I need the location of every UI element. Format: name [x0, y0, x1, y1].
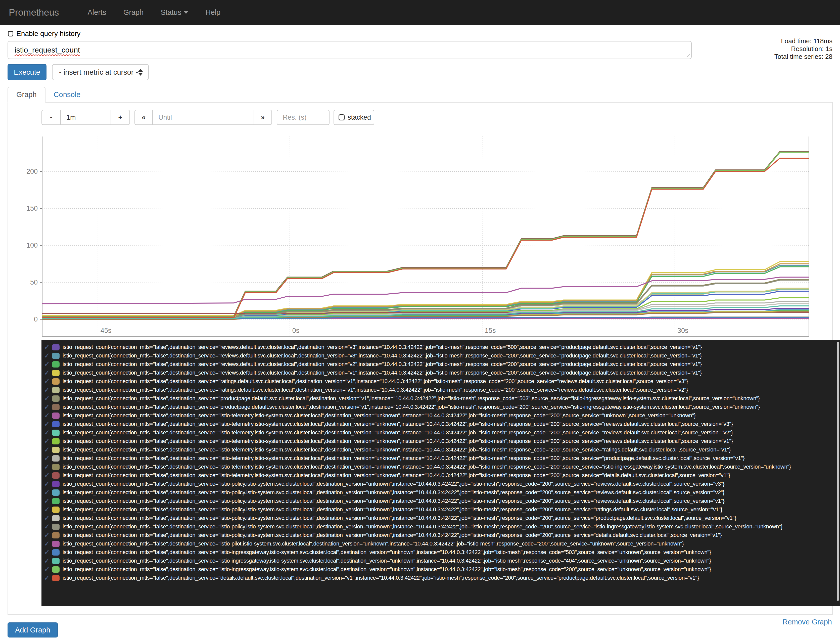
legend-item[interactable]: ✓istio_request_count{connection_mtls="fa…	[41, 514, 840, 523]
series-label: istio_request_count{connection_mtls="fal…	[63, 506, 722, 513]
check-icon: ✓	[44, 412, 52, 420]
legend-item[interactable]: ✓istio_request_count{connection_mtls="fa…	[41, 557, 840, 565]
series-label: istio_request_count{connection_mtls="fal…	[63, 489, 725, 496]
legend-item[interactable]: ✓istio_request_count{connection_mtls="fa…	[41, 394, 840, 403]
nav-item-alerts[interactable]: Alerts	[79, 8, 115, 17]
series-label: istio_request_count{connection_mtls="fal…	[63, 464, 791, 470]
legend-item[interactable]: ✓istio_request_count{connection_mtls="fa…	[41, 505, 840, 514]
nav-item-help[interactable]: Help	[197, 8, 229, 17]
y-tick-label: 100	[0, 242, 38, 250]
legend-item[interactable]: ✓istio_request_count{connection_mtls="fa…	[41, 463, 840, 471]
series-color-swatch	[52, 490, 60, 496]
prometheus-page: Prometheus Alerts Graph Status Help Enab…	[0, 0, 840, 638]
query-input[interactable]: istio_request_count	[8, 41, 692, 59]
series-color-swatch	[52, 344, 60, 351]
remove-graph-link[interactable]: Remove Graph	[782, 618, 832, 626]
legend-item[interactable]: ✓istio_request_count{connection_mtls="fa…	[41, 497, 840, 505]
check-icon: ✓	[44, 514, 52, 522]
legend-item[interactable]: ✓istio_request_count{connection_mtls="fa…	[41, 403, 840, 411]
brand-prometheus[interactable]: Prometheus	[9, 7, 59, 18]
legend-item[interactable]: ✓istio_request_count{connection_mtls="fa…	[41, 343, 840, 351]
legend-item[interactable]: ✓istio_request_count{connection_mtls="fa…	[41, 565, 840, 574]
legend-item[interactable]: ✓istio_request_count{connection_mtls="fa…	[41, 523, 840, 531]
legend-item[interactable]: ✓istio_request_count{connection_mtls="fa…	[41, 471, 840, 480]
check-icon: ✓	[44, 377, 52, 385]
legend-item[interactable]: ✓istio_request_count{connection_mtls="fa…	[41, 540, 840, 548]
series-label: istio_request_count{connection_mtls="fal…	[63, 523, 783, 530]
check-icon: ✓	[44, 437, 52, 445]
query-history-checkbox[interactable]	[8, 31, 13, 36]
legend-item[interactable]: ✓istio_request_count{connection_mtls="fa…	[41, 428, 840, 437]
legend-item[interactable]: ✓istio_request_count{connection_mtls="fa…	[41, 385, 840, 394]
legend-item[interactable]: ✓istio_request_count{connection_mtls="fa…	[41, 548, 840, 557]
series-color-swatch	[52, 421, 60, 427]
series-label: istio_request_count{connection_mtls="fal…	[63, 566, 711, 573]
scrollbar-thumb[interactable]	[837, 342, 839, 601]
series-label: istio_request_count{connection_mtls="fal…	[63, 438, 733, 444]
series-color-swatch	[52, 430, 60, 436]
series-label: istio_request_count{connection_mtls="fal…	[63, 387, 688, 393]
legend-item[interactable]: ✓istio_request_count{connection_mtls="fa…	[41, 574, 840, 582]
check-icon: ✓	[44, 523, 52, 531]
legend-item[interactable]: ✓istio_request_count{connection_mtls="fa…	[41, 377, 840, 385]
check-icon: ✓	[44, 488, 52, 496]
resolution-input[interactable]: Res. (s)	[277, 110, 330, 125]
nav-item-graph[interactable]: Graph	[115, 8, 152, 17]
series-color-swatch	[52, 455, 60, 461]
forward-button[interactable]: »	[254, 110, 272, 125]
y-axis-labels: 050100150200	[0, 136, 38, 336]
nav-links: Alerts Graph Status Help	[79, 8, 229, 17]
rewind-button[interactable]: «	[134, 110, 153, 125]
chart[interactable]: 45s0s15s30s	[42, 136, 809, 336]
series-label: istio_request_count{connection_mtls="fal…	[63, 361, 702, 368]
check-icon: ✓	[44, 454, 52, 462]
legend-item[interactable]: ✓istio_request_count{connection_mtls="fa…	[41, 368, 840, 377]
range-decrease-button[interactable]: -	[41, 110, 61, 125]
legend: ✓istio_request_count{connection_mtls="fa…	[41, 340, 840, 606]
stacked-checkbox[interactable]	[339, 114, 344, 120]
check-icon: ✓	[44, 548, 52, 556]
chart-svg	[42, 136, 809, 336]
tab-divider	[8, 102, 832, 103]
insert-metric-dropdown[interactable]: - insert metric at cursor -	[52, 64, 149, 80]
until-input[interactable]: Until	[152, 110, 254, 125]
legend-item[interactable]: ✓istio_request_count{connection_mtls="fa…	[41, 480, 840, 488]
load-time: Load time: 118ms	[774, 37, 832, 45]
series-label: istio_request_count{connection_mtls="fal…	[63, 395, 760, 402]
series-label: istio_request_count{connection_mtls="fal…	[63, 344, 702, 351]
legend-item[interactable]: ✓istio_request_count{connection_mtls="fa…	[41, 445, 840, 454]
legend-item[interactable]: ✓istio_request_count{connection_mtls="fa…	[41, 531, 840, 540]
series-label: istio_request_count{connection_mtls="fal…	[63, 352, 702, 359]
legend-item[interactable]: ✓istio_request_count{connection_mtls="fa…	[41, 411, 840, 420]
check-icon: ✓	[44, 446, 52, 454]
series-label: istio_request_count{connection_mtls="fal…	[63, 532, 722, 539]
series-label: istio_request_count{connection_mtls="fal…	[63, 447, 731, 453]
stacked-control: stacked	[333, 110, 374, 125]
range-input[interactable]: 1m	[60, 110, 111, 125]
tab-graph[interactable]: Graph	[8, 87, 46, 103]
query-text: istio_request_count	[14, 46, 80, 54]
range-increase-button[interactable]: +	[111, 110, 130, 125]
execute-button[interactable]: Execute	[8, 64, 46, 80]
legend-item[interactable]: ✓istio_request_count{connection_mtls="fa…	[41, 454, 840, 463]
check-icon: ✓	[44, 557, 52, 565]
series-color-swatch	[52, 361, 60, 368]
legend-item[interactable]: ✓istio_request_count{connection_mtls="fa…	[41, 360, 840, 368]
add-graph-button[interactable]: Add Graph	[8, 622, 58, 638]
series-label: istio_request_count{connection_mtls="fal…	[63, 404, 760, 410]
nav-item-status[interactable]: Status	[152, 8, 197, 17]
series-color-swatch	[52, 447, 60, 453]
resize-grip-icon[interactable]	[685, 52, 690, 57]
series-label: istio_request_count{connection_mtls="fal…	[63, 498, 725, 504]
legend-item[interactable]: ✓istio_request_count{connection_mtls="fa…	[41, 351, 840, 360]
query-history-row: Enable query history	[8, 30, 81, 38]
legend-item[interactable]: ✓istio_request_count{connection_mtls="fa…	[41, 488, 840, 497]
legend-item[interactable]: ✓istio_request_count{connection_mtls="fa…	[41, 420, 840, 428]
check-icon: ✓	[44, 343, 52, 351]
tab-console[interactable]: Console	[46, 87, 89, 103]
series-color-swatch	[52, 558, 60, 564]
series-label: istio_request_count{connection_mtls="fal…	[63, 557, 711, 564]
x-tick-label: 45s	[101, 327, 112, 335]
legend-item[interactable]: ✓istio_request_count{connection_mtls="fa…	[41, 437, 840, 445]
check-icon: ✓	[44, 463, 52, 471]
